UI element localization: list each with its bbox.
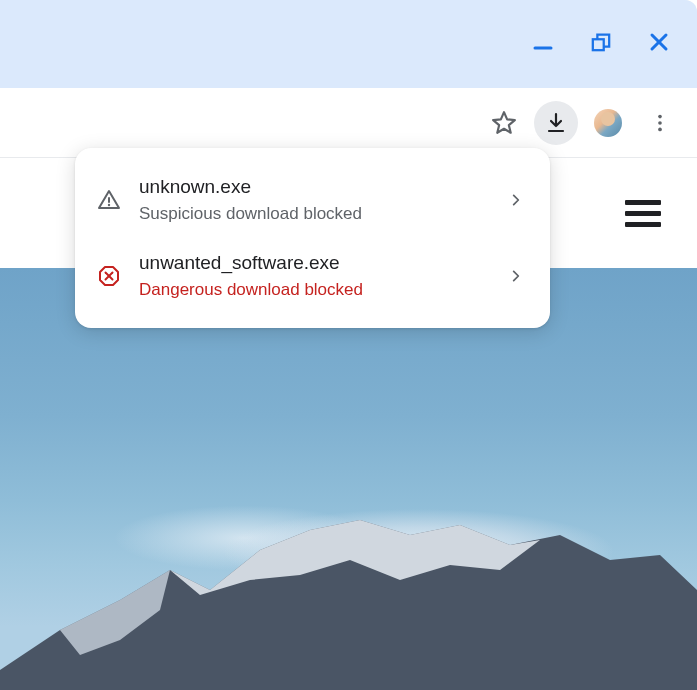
minimize-button[interactable] (533, 32, 553, 52)
minimize-icon (533, 32, 553, 52)
download-filename: unwanted_software.exe (139, 250, 486, 277)
restore-button[interactable] (591, 32, 611, 52)
svg-point-8 (108, 204, 110, 206)
bookmark-button[interactable] (482, 101, 526, 145)
close-button[interactable] (649, 32, 669, 52)
download-status: Dangerous download blocked (139, 277, 486, 303)
avatar (594, 109, 622, 137)
download-status: Suspicious download blocked (139, 201, 486, 227)
close-icon (649, 32, 669, 52)
browser-window: unknown.exe Suspicious download blocked … (0, 0, 697, 690)
warning-triangle-icon (97, 188, 121, 212)
chevron-right-icon (509, 269, 523, 283)
svg-point-4 (658, 114, 662, 118)
download-item-dangerous[interactable]: unwanted_software.exe Dangerous download… (75, 238, 550, 314)
downloads-button[interactable] (534, 101, 578, 145)
download-item-suspicious[interactable]: unknown.exe Suspicious download blocked (75, 162, 550, 238)
kebab-icon (649, 112, 671, 134)
danger-octagon-icon (97, 264, 121, 288)
hamburger-line (625, 222, 661, 227)
svg-rect-1 (593, 39, 604, 50)
expand-button[interactable] (504, 264, 528, 288)
chevron-right-icon (509, 193, 523, 207)
svg-point-6 (658, 127, 662, 131)
svg-point-5 (658, 121, 662, 125)
window-title-bar (0, 0, 697, 88)
mountain-svg (0, 510, 697, 690)
menu-button[interactable] (638, 101, 682, 145)
hero-image (0, 268, 697, 690)
star-icon (491, 110, 517, 136)
expand-button[interactable] (504, 188, 528, 212)
downloads-panel: unknown.exe Suspicious download blocked … (75, 148, 550, 328)
profile-button[interactable] (586, 101, 630, 145)
hamburger-line (625, 211, 661, 216)
download-filename: unknown.exe (139, 174, 486, 201)
page-menu-button[interactable] (625, 200, 661, 227)
restore-icon (591, 31, 611, 53)
download-icon (544, 111, 568, 135)
hamburger-line (625, 200, 661, 205)
